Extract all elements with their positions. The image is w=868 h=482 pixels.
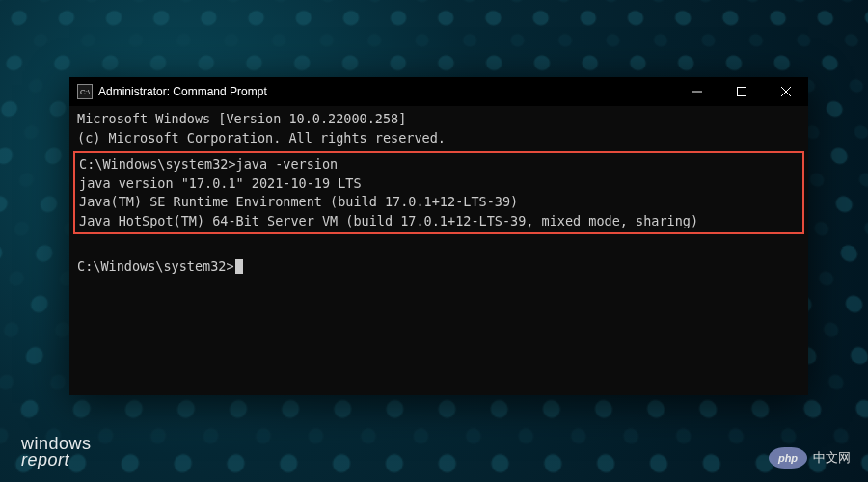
cmd-icon: C:\ [77,84,93,99]
window-title: Administrator: Command Prompt [98,85,267,98]
highlighted-output: C:\Windows\system32>java -version java v… [73,151,804,234]
prompt-path: C:\Windows\system32> [79,156,236,172]
command-prompt-window: C:\ Administrator: Command Prompt Micros… [69,77,808,395]
terminal-output[interactable]: Microsoft Windows [Version 10.0.22000.25… [69,106,808,395]
titlebar[interactable]: C:\ Administrator: Command Prompt [69,77,808,106]
os-version-line: Microsoft Windows [Version 10.0.22000.25… [77,111,406,126]
maximize-button[interactable] [719,77,764,106]
java-hotspot-line: Java HotSpot(TM) 64-Bit Server VM (build… [79,213,698,228]
text-cursor [235,259,243,274]
watermark-line2: report [21,452,92,469]
close-icon [781,87,791,96]
maximize-icon [737,87,746,96]
command-input: java -version [236,156,339,172]
php-cn-text: 中文网 [813,449,851,467]
prompt-path: C:\Windows\system32> [77,258,234,274]
copyright-line: (c) Microsoft Corporation. All rights re… [77,130,446,146]
close-button[interactable] [764,77,808,106]
windowsreport-watermark: windows report [21,436,92,469]
window-controls [675,77,808,106]
minimize-icon [692,87,702,96]
svg-rect-1 [738,88,746,96]
java-runtime-line: Java(TM) SE Runtime Environment (build 1… [79,194,518,209]
php-logo-icon: php [769,447,807,469]
minimize-button[interactable] [675,77,719,106]
java-version-line: java version "17.0.1" 2021-10-19 LTS [79,175,362,191]
php-cn-watermark: php 中文网 [769,447,851,469]
